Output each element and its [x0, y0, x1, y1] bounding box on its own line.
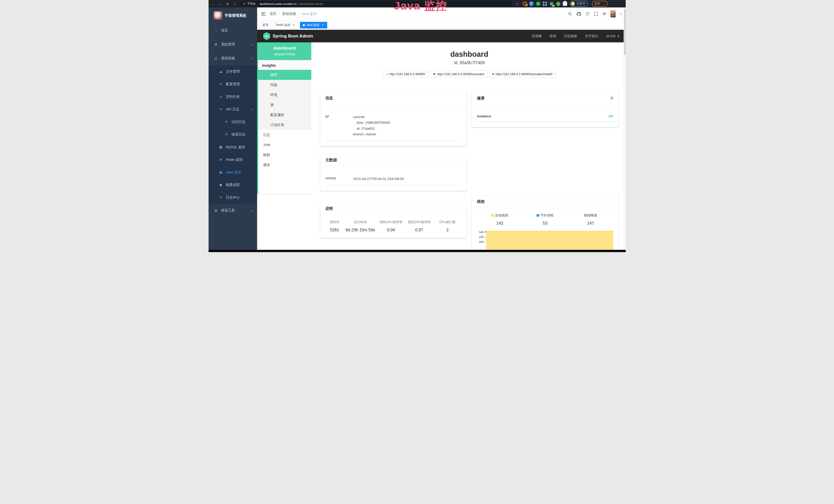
locale-label: zh-CN — [606, 34, 615, 38]
stack-icon — [219, 158, 223, 161]
sidebar-item-infra[interactable]: 基础设施 — [208, 51, 257, 65]
scrollbar-thumb[interactable] — [624, 9, 626, 55]
spring-boot-admin-logo[interactable] — [263, 32, 270, 40]
divider — [257, 2, 258, 5]
sba-menu-caches[interactable]: 缓存 — [258, 160, 311, 170]
sba-nav-wallboard[interactable]: 应用墙 — [532, 34, 542, 39]
sidebar-item-job[interactable]: 定时任务 — [208, 90, 257, 103]
grid-extension-icon[interactable] — [543, 2, 547, 6]
sidebar-item-label: 链路追踪 — [226, 183, 240, 187]
sba-insights-group: Insights 细节 性能 环境 类 配置属性 计划任务 — [258, 60, 311, 130]
search-icon[interactable] — [568, 12, 572, 16]
tab-home[interactable]: 首页 — [260, 22, 271, 28]
sba-nav-about[interactable]: 关于我们 — [585, 34, 598, 39]
sidebar-item-java-monitor[interactable]: Java 监控 — [208, 166, 257, 179]
address-bar[interactable]: ⚠ 不安全 dashboard.yudao.iocoder.cn/infra/a… — [240, 1, 512, 6]
sidebar-collapse-icon[interactable] — [261, 12, 266, 16]
sidebar-item-system[interactable]: 系统管理 — [208, 38, 257, 51]
sidebar-item-file[interactable]: 文件管理 — [208, 65, 257, 78]
legend-label: 线程峰值 — [584, 213, 597, 218]
sidebar-item-error-log[interactable]: 错误日志 — [208, 128, 257, 141]
chrome-update-button[interactable]: 更新 ⋮ — [592, 1, 608, 7]
reload-icon[interactable]: ↻ — [225, 2, 230, 6]
sidebar-item-trace[interactable]: 链路追踪 — [208, 179, 257, 191]
fullscreen-icon[interactable] — [594, 12, 598, 16]
chevron-down-icon — [251, 43, 253, 46]
puzzle-extensions-icon[interactable] — [563, 2, 567, 6]
cell-value: 0.04 — [377, 228, 405, 232]
metadata-row-startup: startup 2021-04-27T00:44:31.254+08:00 — [325, 176, 462, 186]
process-table: 进程ID 5261 运行时间 6d 23h 15m 59s — [325, 220, 462, 232]
sidebar-item-dev-tools[interactable]: 研发工具 — [208, 204, 257, 217]
home-icon[interactable]: ⌂ — [233, 2, 237, 6]
monitor-icon — [214, 56, 218, 60]
github-icon[interactable] — [577, 12, 581, 16]
sidebar-item-api-log[interactable]: API 日志 — [208, 103, 257, 116]
sba-brand-title[interactable]: Spring Boot Admin — [273, 33, 313, 39]
user-avatar[interactable] — [610, 10, 616, 18]
column-header: 运行时间 — [344, 220, 377, 224]
info-card: 信息 git commit: time: 1596289704000 — [320, 92, 467, 146]
metadata-card: 元数据 startup 2021-04-27T00:44:31.254+08:0… — [320, 154, 467, 191]
breadcrumb-infra[interactable]: 基础设施 — [282, 12, 299, 16]
sidebar-item-redis[interactable]: Redis 监控 — [208, 153, 257, 166]
health-url-button[interactable]: http://192.168.0.2:48080/actuator/health — [489, 71, 555, 78]
wrench-icon — [433, 72, 436, 76]
sba-menu-classes[interactable]: 类 — [258, 100, 311, 110]
locale-selector[interactable]: zh-CN — [606, 34, 619, 38]
font-size-icon[interactable]: tT — [603, 12, 606, 16]
process-col-pid: 进程ID 5261 — [325, 220, 344, 232]
pin-extension-icon[interactable] — [529, 1, 535, 7]
tab-redis-monitor[interactable]: Redis 监控 — [273, 22, 299, 28]
close-icon[interactable] — [292, 23, 295, 27]
user-caret-icon[interactable] — [620, 12, 621, 16]
extension-icon[interactable]: 1 — [523, 2, 527, 6]
back-icon[interactable]: ← — [211, 2, 216, 6]
sba-menu-env[interactable]: 环境 — [258, 90, 311, 100]
sidebar-item-mysql[interactable]: MySQL 监控 — [208, 141, 257, 153]
tab-java-monitor[interactable]: Java 监控 — [300, 22, 328, 28]
logo-image — [214, 11, 222, 20]
close-icon[interactable] — [321, 23, 324, 27]
logo-row[interactable]: 芋道管理系统 — [208, 7, 257, 24]
y-tick-140: 140 — [477, 231, 484, 234]
sba-menu-mappings[interactable]: 映射 — [258, 150, 311, 160]
sidebar-item-log-center[interactable]: 日志中心 — [208, 191, 257, 204]
sba-nav-applications[interactable]: 应用 — [549, 34, 556, 39]
sidebar-menu: 首页 系统管理 基础设施 文件管理 — [208, 24, 257, 252]
window-bottom-edge — [208, 250, 626, 252]
cards-right-column: 健康 Instance UP — [472, 92, 618, 252]
switch-extension-icon[interactable]: on — [549, 2, 554, 6]
breadcrumb-home[interactable]: 首页 — [270, 12, 280, 16]
main-column: 首页 基础设施 Java 监控 tT — [257, 7, 626, 252]
help-icon[interactable] — [586, 12, 590, 16]
spring-boot-admin: Spring Boot Admin 应用墙 应用 日志报表 关于我们 zh-CN — [257, 30, 626, 252]
sba-nav-journal[interactable]: 日志报表 — [564, 34, 577, 39]
sidebar-item-access-log[interactable]: 访问日志 — [208, 116, 257, 128]
sba-menu-configprops[interactable]: 配置属性 — [258, 110, 311, 120]
actuator-url-button[interactable]: http://192.168.0.2:48080/actuator — [430, 71, 487, 78]
cards-grid: 信息 git commit: time: 1596289704000 — [320, 92, 618, 252]
history-icon[interactable] — [610, 96, 613, 100]
sba-menu-scheduled-tasks[interactable]: 计划任务 — [258, 120, 311, 130]
key-extension-icon[interactable] — [556, 2, 561, 6]
sba-menu-metrics[interactable]: 性能 — [258, 80, 311, 90]
forward-icon[interactable]: → — [218, 2, 223, 6]
sidebar-item-config[interactable]: 配置管理 — [208, 78, 257, 90]
bookmark-star-icon[interactable]: ☆ — [516, 2, 519, 6]
sba-menu-logs[interactable]: 日志 — [258, 130, 311, 140]
sidebar-item-home[interactable]: 首页 — [208, 24, 257, 38]
sidebar-submenu: 文件管理 配置管理 定时任务 API 日志 — [208, 65, 257, 204]
y-tick-120: 120 — [477, 235, 484, 238]
check-extension-icon[interactable]: ✓ — [536, 2, 541, 6]
threads-area-chart: 140 120 100 — [477, 230, 613, 252]
legend-label: 守护进程 — [540, 213, 553, 218]
sba-menu-details[interactable]: 细节 — [258, 70, 311, 80]
cell-value: 2 — [433, 228, 462, 232]
gear-icon — [214, 43, 218, 46]
paused-extension-button[interactable]: 已暂停 — [570, 1, 588, 7]
log-icon — [219, 107, 223, 111]
service-url-button[interactable]: http://192.168.0.2:48080/ — [383, 71, 428, 78]
sba-app-block[interactable]: dashboard 93a3fc7f7409 — [258, 42, 311, 60]
sba-menu-jvm[interactable]: JVM — [258, 140, 311, 150]
